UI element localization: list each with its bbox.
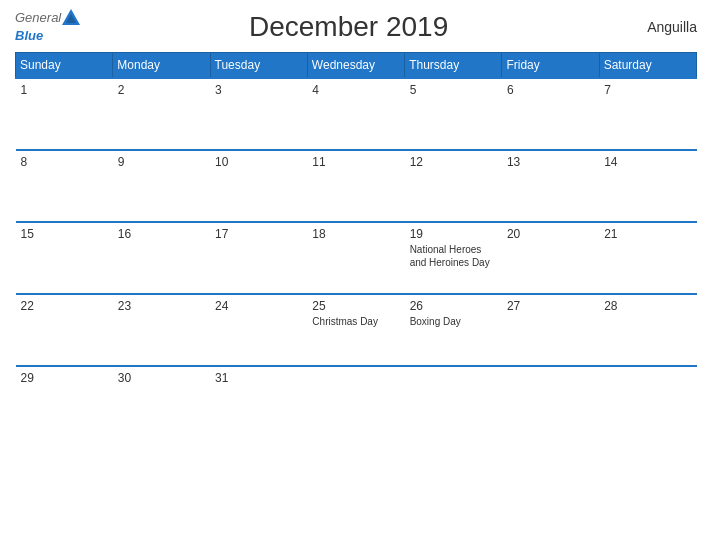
calendar-cell: 16: [113, 222, 210, 294]
calendar-cell: 24: [210, 294, 307, 366]
calendar-title: December 2019: [80, 11, 617, 43]
day-number: 1: [21, 83, 108, 97]
day-number: 20: [507, 227, 594, 241]
calendar-week-3: 1516171819National Heroes and Heroines D…: [16, 222, 697, 294]
event-label: Boxing Day: [410, 316, 461, 327]
calendar-cell: [405, 366, 502, 438]
day-number: 14: [604, 155, 691, 169]
calendar-week-1: 1234567: [16, 78, 697, 150]
weekday-header-row: Sunday Monday Tuesday Wednesday Thursday…: [16, 52, 697, 78]
calendar-cell: 8: [16, 150, 113, 222]
calendar-cell: 11: [307, 150, 404, 222]
day-number: 11: [312, 155, 399, 169]
header-sunday: Sunday: [16, 52, 113, 78]
day-number: 2: [118, 83, 205, 97]
day-number: 29: [21, 371, 108, 385]
header-thursday: Thursday: [405, 52, 502, 78]
calendar-cell: 7: [599, 78, 696, 150]
calendar-cell: 14: [599, 150, 696, 222]
calendar-cell: 21: [599, 222, 696, 294]
calendar-cell: 29: [16, 366, 113, 438]
calendar-cell: 2: [113, 78, 210, 150]
calendar-cell: 4: [307, 78, 404, 150]
logo-general-text: General: [15, 11, 61, 25]
day-number: 18: [312, 227, 399, 241]
day-number: 5: [410, 83, 497, 97]
calendar-cell: 19National Heroes and Heroines Day: [405, 222, 502, 294]
calendar-cell: 22: [16, 294, 113, 366]
calendar-cell: 26Boxing Day: [405, 294, 502, 366]
logo-triangle-icon: [62, 9, 80, 25]
day-number: 31: [215, 371, 302, 385]
calendar-cell: 10: [210, 150, 307, 222]
day-number: 27: [507, 299, 594, 313]
calendar-cell: 1: [16, 78, 113, 150]
day-number: 24: [215, 299, 302, 313]
calendar-cell: 5: [405, 78, 502, 150]
calendar-week-5: 293031: [16, 366, 697, 438]
day-number: 6: [507, 83, 594, 97]
day-number: 7: [604, 83, 691, 97]
day-number: 28: [604, 299, 691, 313]
calendar-cell: 15: [16, 222, 113, 294]
day-number: 22: [21, 299, 108, 313]
header-tuesday: Tuesday: [210, 52, 307, 78]
day-number: 17: [215, 227, 302, 241]
day-number: 19: [410, 227, 497, 241]
calendar-cell: 6: [502, 78, 599, 150]
day-number: 8: [21, 155, 108, 169]
calendar-cell: 3: [210, 78, 307, 150]
day-number: 12: [410, 155, 497, 169]
calendar-cell: 13: [502, 150, 599, 222]
calendar-week-4: 22232425Christmas Day26Boxing Day2728: [16, 294, 697, 366]
calendar-cell: 17: [210, 222, 307, 294]
day-number: 3: [215, 83, 302, 97]
event-label: Christmas Day: [312, 316, 378, 327]
calendar-cell: 31: [210, 366, 307, 438]
day-number: 30: [118, 371, 205, 385]
calendar-cell: 20: [502, 222, 599, 294]
day-number: 13: [507, 155, 594, 169]
day-number: 16: [118, 227, 205, 241]
day-number: 26: [410, 299, 497, 313]
logo: General Blue: [15, 10, 80, 44]
event-label: National Heroes and Heroines Day: [410, 244, 490, 268]
calendar-cell: 30: [113, 366, 210, 438]
header-wednesday: Wednesday: [307, 52, 404, 78]
header-monday: Monday: [113, 52, 210, 78]
header-saturday: Saturday: [599, 52, 696, 78]
calendar-cell: [599, 366, 696, 438]
day-number: 4: [312, 83, 399, 97]
calendar-cell: 25Christmas Day: [307, 294, 404, 366]
calendar-table: Sunday Monday Tuesday Wednesday Thursday…: [15, 52, 697, 438]
calendar-cell: [307, 366, 404, 438]
logo-blue-text: Blue: [15, 28, 43, 43]
calendar-header: General Blue December 2019 Anguilla: [15, 10, 697, 44]
header-friday: Friday: [502, 52, 599, 78]
calendar-cell: 28: [599, 294, 696, 366]
day-number: 21: [604, 227, 691, 241]
calendar-container: General Blue December 2019 Anguilla Sund…: [0, 0, 712, 550]
day-number: 23: [118, 299, 205, 313]
calendar-cell: 9: [113, 150, 210, 222]
day-number: 25: [312, 299, 399, 313]
country-name: Anguilla: [617, 19, 697, 35]
day-number: 9: [118, 155, 205, 169]
calendar-cell: 12: [405, 150, 502, 222]
calendar-cell: 18: [307, 222, 404, 294]
day-number: 15: [21, 227, 108, 241]
calendar-week-2: 891011121314: [16, 150, 697, 222]
calendar-cell: [502, 366, 599, 438]
calendar-cell: 27: [502, 294, 599, 366]
day-number: 10: [215, 155, 302, 169]
calendar-cell: 23: [113, 294, 210, 366]
